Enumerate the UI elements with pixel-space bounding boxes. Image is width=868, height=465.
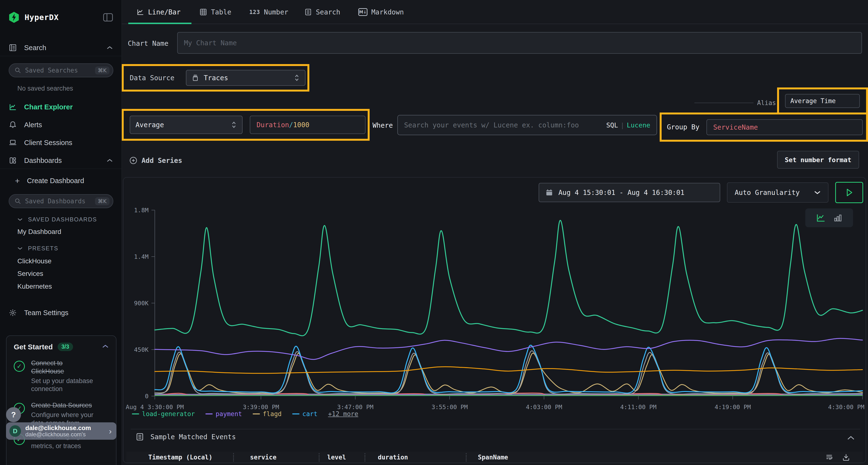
get-started-item-desc: Set up your database connection [31,377,103,393]
tab-markdown[interactable]: M↓ Markdown [358,7,404,18]
bar-chart-toggle-icon[interactable] [833,213,843,223]
saved-dashboards-header[interactable]: SAVED DASHBOARDS [18,216,97,223]
chevron-up-icon [847,435,855,440]
legend-item[interactable]: payment [206,410,242,418]
data-source-label: Data Source [130,74,174,82]
where-label: Where [373,122,393,129]
query-language-toggle[interactable]: SQL|Lucene [606,122,650,129]
svg-text:450K: 450K [134,346,149,353]
sidebar-divider [0,169,122,169]
brand-row: HyperDX [9,11,113,23]
tab-search[interactable]: Search [304,7,340,18]
legend-item[interactable]: flagd [253,410,282,418]
aggregation-select[interactable]: Average [130,115,243,134]
collapse-events-button[interactable] [847,435,855,441]
dashboards-icon [9,156,17,165]
sidebar-section-search[interactable]: Search [9,42,113,53]
where-placeholder: Search your events w/ Lucene ex. column:… [404,121,603,129]
column-resize-handle[interactable] [365,453,365,461]
plus-icon: + [15,176,20,186]
column-resize-handle[interactable] [319,453,319,461]
help-button[interactable]: ? [6,407,21,422]
sidebar-item-label: Chart Explorer [24,103,113,111]
alias-input[interactable] [785,94,859,107]
sidebar-item-services[interactable]: Services [18,270,43,277]
chevron-down-icon [814,190,821,195]
sidebar-item-dashboards[interactable]: Dashboards [9,155,113,166]
search-icon [14,67,21,74]
toggle-divider: | [618,122,627,129]
group-by-input[interactable]: ServiceName [707,119,863,135]
column-header-level[interactable]: level [327,454,346,461]
shortcut-badge: ⌘K [95,197,110,205]
chart-legend: load-generatorpaymentflagdcart+12 more [132,410,358,418]
tab-table[interactable]: Table [199,7,231,18]
lucene-toggle[interactable]: Lucene [627,122,650,129]
column-header-spanname[interactable]: SpanName [478,454,508,461]
column-header-timestamp[interactable]: Timestamp (Local) [148,454,212,461]
sidebar-item-kubernetes[interactable]: Kubernetes [18,283,52,290]
wrap-text-icon[interactable] [825,453,833,461]
sidebar-item-my-dashboard[interactable]: My Dashboard [18,228,61,236]
column-header-duration[interactable]: duration [378,454,408,461]
granularity-value: Auto Granularity [735,189,808,197]
set-number-format-button[interactable]: Set number format [777,151,859,169]
chevron-right-icon: › [109,427,112,436]
timeseries-plot: 0450K900K1.4M1.8MAug 4 3:30:00 PM3:39:00… [123,177,867,464]
create-dashboard-button[interactable]: + Create Dashboard [15,175,113,186]
aggregation-value: Average [135,121,226,129]
legend-item[interactable]: cart [292,410,317,418]
legend-label: load-generator [142,410,195,418]
where-field[interactable]: Search your events w/ Lucene ex. column:… [397,115,657,135]
user-menu[interactable]: D dale@clickhouse.com dale@clickhouse.co… [6,422,117,440]
chart-name-input[interactable] [178,33,862,53]
alias-highlight-box [777,88,868,114]
table-icon [199,8,207,16]
svg-text:1.4M: 1.4M [134,253,149,260]
column-resize-handle[interactable] [233,453,234,461]
chevron-up-icon[interactable] [102,344,109,348]
granularity-select[interactable]: Auto Granularity [727,182,829,203]
hyperdx-logo-icon [9,11,19,23]
legend-label: payment [216,410,242,418]
calendar-icon [546,189,553,196]
saved-dashboards-placeholder: Saved Dashboards [25,198,91,205]
saved-searches-input[interactable]: Saved Searches ⌘K [9,63,113,77]
sidebar-collapse-icon[interactable] [103,13,113,22]
sql-toggle[interactable]: SQL [606,122,618,129]
date-range-input[interactable]: Aug 4 15:30:01 - Aug 4 16:30:01 [539,183,720,202]
svg-text:3:55:00 PM: 3:55:00 PM [432,404,468,410]
column-resize-handle[interactable] [466,453,467,461]
legend-more-link[interactable]: +12 more [328,410,358,418]
bell-icon [9,121,17,129]
field-expression-number: 1000 [293,121,309,129]
search-panel-icon [9,44,17,52]
tab-line-bar[interactable]: Line/Bar [136,7,181,18]
date-range-value: Aug 4 15:30:01 - Aug 4 16:30:01 [558,189,684,197]
data-source-select[interactable]: Traces [186,70,306,86]
presets-header-label: PRESETS [28,245,58,252]
line-chart-toggle-icon[interactable] [816,213,826,223]
get-started-item[interactable]: ✓ Connect to ClickHouse Set up your data… [14,359,109,393]
sidebar-item-alerts[interactable]: Alerts [9,120,113,130]
download-icon[interactable] [842,453,850,461]
create-dashboard-label: Create Dashboard [27,177,113,185]
tab-number[interactable]: 123 Number [249,7,288,18]
legend-item[interactable]: load-generator [132,410,195,418]
number-123-icon: 123 [249,9,260,15]
saved-dashboards-input[interactable]: Saved Dashboards ⌘K [9,194,113,208]
sidebar-item-client-sessions[interactable]: Client Sessions [9,137,113,148]
event-list-icon [135,432,144,441]
add-series-button[interactable]: Add Series [129,156,182,165]
field-expression-input[interactable]: Duration/1000 [250,115,366,134]
svg-text:4:19:00 PM: 4:19:00 PM [715,404,751,410]
sidebar-item-clickhouse[interactable]: ClickHouse [18,257,52,265]
aggregation-highlight-box: Average Duration/1000 [122,109,370,141]
sample-events-title: Sample Matched Events [151,433,236,441]
legend-label: flagd [263,410,282,418]
presets-header[interactable]: PRESETS [18,245,58,252]
sidebar-item-chart-explorer[interactable]: Chart Explorer [9,102,113,112]
column-header-service[interactable]: service [250,454,277,461]
run-query-button[interactable] [835,182,863,203]
sidebar-item-team-settings[interactable]: Team Settings [9,307,113,318]
